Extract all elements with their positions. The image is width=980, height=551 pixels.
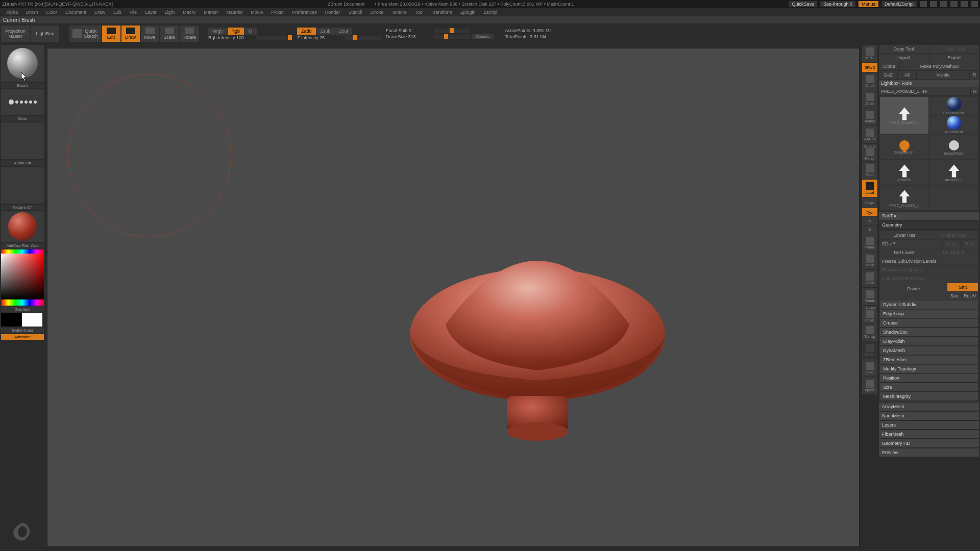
import-button[interactable]: Import <box>879 54 929 62</box>
menu-material[interactable]: Material <box>222 10 247 15</box>
menu-picker[interactable]: Picker <box>267 10 288 15</box>
xpose-button[interactable]: Xpose <box>862 377 877 394</box>
actual-button[interactable]: Actual <box>862 108 877 126</box>
primary-color[interactable] <box>22 313 42 327</box>
reuv-button[interactable]: ReUV <box>962 292 978 300</box>
hue-bar[interactable] <box>1 249 44 254</box>
zsub-button[interactable]: Zsub <box>316 28 335 35</box>
section-size[interactable]: Size <box>880 383 978 392</box>
scale-mode-button[interactable]: Scale <box>160 26 179 42</box>
geometry-section[interactable]: Geometry <box>879 221 979 230</box>
defaultscript-button[interactable]: DefaultZScript <box>881 1 917 7</box>
minimize-icon[interactable] <box>950 1 958 7</box>
menu-layer[interactable]: Layer <box>141 10 161 15</box>
tool-simplebrush[interactable]: SimpleBrush <box>880 135 928 159</box>
quicksave-button[interactable]: QuickSave <box>789 1 817 7</box>
lightbox-tools-header[interactable]: Lightbox› Tools <box>879 80 979 87</box>
tool-arrow3d[interactable]: Arrow3D <box>880 160 928 185</box>
convert-bpr-button[interactable]: Convert BPR To Geo <box>880 274 978 283</box>
section-zremesher[interactable]: ZRemesher <box>880 356 978 364</box>
menu-marker[interactable]: Marker <box>200 10 222 15</box>
lower-res-button[interactable]: Lower Res <box>880 231 929 239</box>
persp-button[interactable]: DynamicPersp <box>862 144 877 161</box>
make-polymesh-button[interactable]: Make PolyMesh3D <box>900 62 979 70</box>
tool-spherebrush[interactable]: SphereBrush <box>929 97 978 115</box>
section-preview[interactable]: Preview <box>879 448 979 457</box>
cage-button[interactable]: Cage <box>943 240 960 248</box>
sdiv-slider[interactable]: SDiv 7 <box>880 240 942 248</box>
section-position[interactable]: Position <box>880 374 978 383</box>
brush-selector[interactable] <box>1 45 44 82</box>
close-icon[interactable] <box>971 1 978 7</box>
tool-pm3d-arrow[interactable]: PM3D_Arrow3D_1 <box>880 186 928 210</box>
m-button[interactable]: M <box>244 28 257 35</box>
frame-button[interactable]: Frame <box>862 234 877 252</box>
menu-stroke[interactable]: Stroke <box>366 10 387 15</box>
move-view-button[interactable]: Move <box>862 252 877 269</box>
freeze-subdiv-button[interactable]: Freeze SubDivision Levels <box>880 257 978 265</box>
menu-tool[interactable]: Tool <box>411 10 428 15</box>
section-dynamic-subdiv[interactable]: Dynamic Subdiv <box>880 300 978 309</box>
edit-mode-button[interactable]: Edit <box>102 26 120 42</box>
menu-draw[interactable]: Draw <box>90 10 109 15</box>
lightbox-button[interactable]: LightBox <box>31 26 59 42</box>
tool-eraserbrush[interactable]: EraserBrush <box>929 135 978 159</box>
move-mode-button[interactable]: Move <box>141 26 159 42</box>
smt-button[interactable]: Smt <box>947 283 978 291</box>
menu-light[interactable]: Light <box>161 10 179 15</box>
bpr-button[interactable]: BPR <box>862 45 877 62</box>
polyf-button[interactable]: Line FillPolyF <box>862 306 877 323</box>
projection-master-button[interactable]: Projection Master <box>1 26 30 42</box>
higher-res-button[interactable]: Higher Res <box>929 231 978 239</box>
section-crease[interactable]: Crease <box>880 319 978 328</box>
menu-macro[interactable]: Macro <box>179 10 200 15</box>
color-picker[interactable] <box>1 249 44 306</box>
stroke-selector[interactable] <box>1 89 44 115</box>
tool-r-button[interactable]: R <box>971 87 979 95</box>
section-fibermesh[interactable]: FiberMesh <box>879 430 979 439</box>
menu-zscript[interactable]: Zscript <box>480 10 502 15</box>
mesh-object[interactable] <box>405 228 670 447</box>
y-button[interactable]: ⊙ <box>862 217 877 225</box>
section-modify-topology[interactable]: Modify Topology <box>880 365 978 373</box>
section-geometry-hd[interactable]: Geometry HD <box>879 439 979 448</box>
del-lower-button[interactable]: Del Lower <box>880 248 929 257</box>
goz-all-button[interactable]: All <box>898 71 916 79</box>
transp-button[interactable]: Transp <box>862 323 877 341</box>
menu-document[interactable]: Document <box>61 10 90 15</box>
draw-size-slider[interactable] <box>434 35 470 39</box>
rstr-button[interactable]: Rstr <box>961 240 978 248</box>
alternate-button[interactable]: Alternate <box>1 334 44 340</box>
spix-slider[interactable]: SPix 3 <box>862 63 877 72</box>
reconstruct-button[interactable]: Reconstruct Subdiv <box>880 266 978 274</box>
menu-edit[interactable]: Edit <box>109 10 126 15</box>
secondary-color[interactable] <box>1 313 21 327</box>
menu-color[interactable]: Color <box>42 10 62 15</box>
section-nanomesh[interactable]: NanoMesh <box>879 412 979 420</box>
subtool-section[interactable]: SubTool <box>879 212 979 220</box>
goz-button[interactable]: GoZ <box>879 71 897 79</box>
section-claypolish[interactable]: ClayPolish <box>880 337 978 346</box>
lsym-button[interactable]: LSym <box>862 197 877 208</box>
alpha-selector[interactable] <box>1 122 44 159</box>
section-edgeloop[interactable]: EdgeLoop <box>880 310 978 318</box>
menu-alpha[interactable]: Alpha <box>2 10 22 15</box>
menu-render[interactable]: Render <box>321 10 345 15</box>
export-button[interactable]: Export <box>929 54 979 62</box>
suv-button[interactable]: Suv <box>947 292 961 300</box>
solo-button[interactable]: Solo <box>862 359 877 377</box>
xyz-button[interactable]: Xyz <box>862 208 877 216</box>
zoom-button[interactable]: Zoom <box>862 90 877 108</box>
canvas[interactable] <box>47 48 860 547</box>
quick-sketch-button[interactable]: Quick Sketch <box>69 26 101 42</box>
floor-button[interactable]: Floor <box>862 162 877 179</box>
goz-r-button[interactable]: R <box>970 71 979 79</box>
tool-empty[interactable] <box>929 186 978 210</box>
window-icon[interactable] <box>940 1 947 7</box>
seethrough-toggle[interactable]: See-through 0 <box>820 1 855 7</box>
local-button[interactable]: Local <box>862 180 877 197</box>
menu-preferences[interactable]: Preferences <box>288 10 321 15</box>
tool-alphabrush[interactable]: AlphaBrush <box>929 116 978 134</box>
section-dynamesh[interactable]: DynaMesh <box>880 346 978 355</box>
hue-bar-bottom[interactable] <box>1 299 44 306</box>
